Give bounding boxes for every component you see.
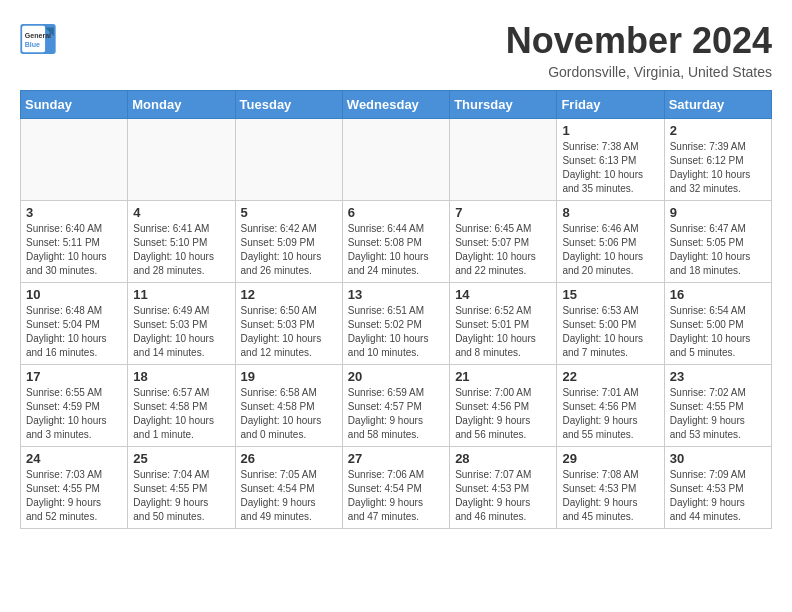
day-number: 16	[670, 287, 766, 302]
calendar-cell: 22Sunrise: 7:01 AM Sunset: 4:56 PM Dayli…	[557, 365, 664, 447]
day-number: 10	[26, 287, 122, 302]
calendar-cell: 14Sunrise: 6:52 AM Sunset: 5:01 PM Dayli…	[450, 283, 557, 365]
calendar-cell: 13Sunrise: 6:51 AM Sunset: 5:02 PM Dayli…	[342, 283, 449, 365]
day-info: Sunrise: 7:05 AM Sunset: 4:54 PM Dayligh…	[241, 468, 337, 524]
day-info: Sunrise: 6:46 AM Sunset: 5:06 PM Dayligh…	[562, 222, 658, 278]
calendar-cell: 3Sunrise: 6:40 AM Sunset: 5:11 PM Daylig…	[21, 201, 128, 283]
day-number: 7	[455, 205, 551, 220]
day-info: Sunrise: 7:00 AM Sunset: 4:56 PM Dayligh…	[455, 386, 551, 442]
day-info: Sunrise: 7:06 AM Sunset: 4:54 PM Dayligh…	[348, 468, 444, 524]
day-info: Sunrise: 6:44 AM Sunset: 5:08 PM Dayligh…	[348, 222, 444, 278]
weekday-header: Friday	[557, 91, 664, 119]
day-number: 24	[26, 451, 122, 466]
calendar-cell: 10Sunrise: 6:48 AM Sunset: 5:04 PM Dayli…	[21, 283, 128, 365]
day-number: 11	[133, 287, 229, 302]
day-number: 14	[455, 287, 551, 302]
day-info: Sunrise: 6:49 AM Sunset: 5:03 PM Dayligh…	[133, 304, 229, 360]
calendar-cell: 19Sunrise: 6:58 AM Sunset: 4:58 PM Dayli…	[235, 365, 342, 447]
calendar-cell: 25Sunrise: 7:04 AM Sunset: 4:55 PM Dayli…	[128, 447, 235, 529]
day-number: 2	[670, 123, 766, 138]
calendar-cell: 1Sunrise: 7:38 AM Sunset: 6:13 PM Daylig…	[557, 119, 664, 201]
logo-icon: General Blue	[20, 24, 56, 54]
calendar-week: 1Sunrise: 7:38 AM Sunset: 6:13 PM Daylig…	[21, 119, 772, 201]
calendar-cell	[128, 119, 235, 201]
day-info: Sunrise: 6:50 AM Sunset: 5:03 PM Dayligh…	[241, 304, 337, 360]
weekday-header: Thursday	[450, 91, 557, 119]
day-info: Sunrise: 6:57 AM Sunset: 4:58 PM Dayligh…	[133, 386, 229, 442]
day-info: Sunrise: 6:40 AM Sunset: 5:11 PM Dayligh…	[26, 222, 122, 278]
day-info: Sunrise: 7:01 AM Sunset: 4:56 PM Dayligh…	[562, 386, 658, 442]
calendar-week: 24Sunrise: 7:03 AM Sunset: 4:55 PM Dayli…	[21, 447, 772, 529]
svg-text:Blue: Blue	[25, 41, 40, 48]
weekday-header: Sunday	[21, 91, 128, 119]
day-info: Sunrise: 6:53 AM Sunset: 5:00 PM Dayligh…	[562, 304, 658, 360]
svg-text:General: General	[25, 32, 51, 39]
day-number: 23	[670, 369, 766, 384]
day-info: Sunrise: 6:55 AM Sunset: 4:59 PM Dayligh…	[26, 386, 122, 442]
weekday-row: SundayMondayTuesdayWednesdayThursdayFrid…	[21, 91, 772, 119]
day-number: 17	[26, 369, 122, 384]
calendar-cell: 26Sunrise: 7:05 AM Sunset: 4:54 PM Dayli…	[235, 447, 342, 529]
location: Gordonsville, Virginia, United States	[506, 64, 772, 80]
day-info: Sunrise: 6:45 AM Sunset: 5:07 PM Dayligh…	[455, 222, 551, 278]
calendar-header: SundayMondayTuesdayWednesdayThursdayFrid…	[21, 91, 772, 119]
calendar-cell: 5Sunrise: 6:42 AM Sunset: 5:09 PM Daylig…	[235, 201, 342, 283]
day-info: Sunrise: 6:48 AM Sunset: 5:04 PM Dayligh…	[26, 304, 122, 360]
day-info: Sunrise: 6:58 AM Sunset: 4:58 PM Dayligh…	[241, 386, 337, 442]
calendar-cell: 24Sunrise: 7:03 AM Sunset: 4:55 PM Dayli…	[21, 447, 128, 529]
calendar-cell: 21Sunrise: 7:00 AM Sunset: 4:56 PM Dayli…	[450, 365, 557, 447]
calendar-body: 1Sunrise: 7:38 AM Sunset: 6:13 PM Daylig…	[21, 119, 772, 529]
day-number: 25	[133, 451, 229, 466]
calendar-cell: 2Sunrise: 7:39 AM Sunset: 6:12 PM Daylig…	[664, 119, 771, 201]
day-info: Sunrise: 7:04 AM Sunset: 4:55 PM Dayligh…	[133, 468, 229, 524]
calendar-cell: 27Sunrise: 7:06 AM Sunset: 4:54 PM Dayli…	[342, 447, 449, 529]
calendar-cell	[21, 119, 128, 201]
day-info: Sunrise: 7:09 AM Sunset: 4:53 PM Dayligh…	[670, 468, 766, 524]
day-number: 22	[562, 369, 658, 384]
day-number: 18	[133, 369, 229, 384]
calendar-cell: 12Sunrise: 6:50 AM Sunset: 5:03 PM Dayli…	[235, 283, 342, 365]
day-number: 6	[348, 205, 444, 220]
calendar-cell: 9Sunrise: 6:47 AM Sunset: 5:05 PM Daylig…	[664, 201, 771, 283]
weekday-header: Wednesday	[342, 91, 449, 119]
calendar-cell: 29Sunrise: 7:08 AM Sunset: 4:53 PM Dayli…	[557, 447, 664, 529]
day-number: 26	[241, 451, 337, 466]
calendar-week: 3Sunrise: 6:40 AM Sunset: 5:11 PM Daylig…	[21, 201, 772, 283]
day-info: Sunrise: 7:03 AM Sunset: 4:55 PM Dayligh…	[26, 468, 122, 524]
day-number: 19	[241, 369, 337, 384]
day-info: Sunrise: 6:47 AM Sunset: 5:05 PM Dayligh…	[670, 222, 766, 278]
day-number: 12	[241, 287, 337, 302]
calendar-week: 10Sunrise: 6:48 AM Sunset: 5:04 PM Dayli…	[21, 283, 772, 365]
month-title: November 2024	[506, 20, 772, 62]
calendar-cell	[235, 119, 342, 201]
calendar-cell	[450, 119, 557, 201]
weekday-header: Saturday	[664, 91, 771, 119]
day-number: 27	[348, 451, 444, 466]
calendar-cell: 7Sunrise: 6:45 AM Sunset: 5:07 PM Daylig…	[450, 201, 557, 283]
day-info: Sunrise: 6:52 AM Sunset: 5:01 PM Dayligh…	[455, 304, 551, 360]
day-info: Sunrise: 7:39 AM Sunset: 6:12 PM Dayligh…	[670, 140, 766, 196]
calendar-cell: 6Sunrise: 6:44 AM Sunset: 5:08 PM Daylig…	[342, 201, 449, 283]
calendar-cell: 30Sunrise: 7:09 AM Sunset: 4:53 PM Dayli…	[664, 447, 771, 529]
day-info: Sunrise: 6:51 AM Sunset: 5:02 PM Dayligh…	[348, 304, 444, 360]
day-number: 28	[455, 451, 551, 466]
logo: General Blue	[20, 24, 56, 54]
calendar-week: 17Sunrise: 6:55 AM Sunset: 4:59 PM Dayli…	[21, 365, 772, 447]
title-area: November 2024 Gordonsville, Virginia, Un…	[506, 20, 772, 80]
day-number: 1	[562, 123, 658, 138]
day-number: 29	[562, 451, 658, 466]
calendar-cell: 15Sunrise: 6:53 AM Sunset: 5:00 PM Dayli…	[557, 283, 664, 365]
day-info: Sunrise: 7:02 AM Sunset: 4:55 PM Dayligh…	[670, 386, 766, 442]
day-number: 21	[455, 369, 551, 384]
day-info: Sunrise: 6:54 AM Sunset: 5:00 PM Dayligh…	[670, 304, 766, 360]
day-number: 4	[133, 205, 229, 220]
weekday-header: Monday	[128, 91, 235, 119]
calendar: SundayMondayTuesdayWednesdayThursdayFrid…	[20, 90, 772, 529]
calendar-cell: 11Sunrise: 6:49 AM Sunset: 5:03 PM Dayli…	[128, 283, 235, 365]
day-info: Sunrise: 6:59 AM Sunset: 4:57 PM Dayligh…	[348, 386, 444, 442]
day-number: 20	[348, 369, 444, 384]
calendar-cell: 18Sunrise: 6:57 AM Sunset: 4:58 PM Dayli…	[128, 365, 235, 447]
day-number: 30	[670, 451, 766, 466]
day-info: Sunrise: 7:08 AM Sunset: 4:53 PM Dayligh…	[562, 468, 658, 524]
day-number: 8	[562, 205, 658, 220]
